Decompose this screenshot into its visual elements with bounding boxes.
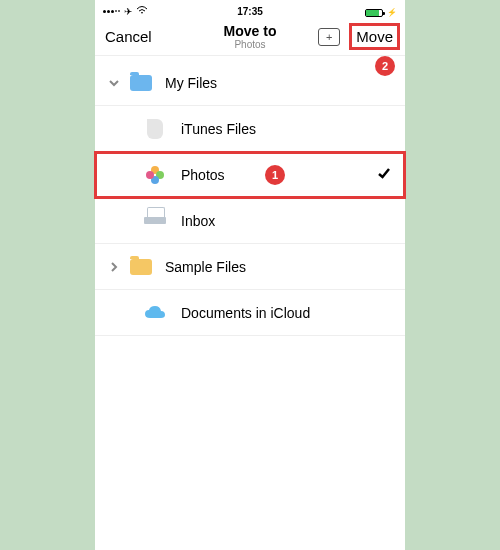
photos-icon [143,163,167,187]
nav-bar: Cancel Move to Photos Move 2 [95,18,405,56]
cancel-button[interactable]: Cancel [105,28,152,45]
folder-icon [129,71,153,95]
row-label: Inbox [181,213,215,229]
clock: 17:35 [237,6,263,17]
row-label: Sample Files [165,259,246,275]
chevron-right-icon[interactable] [105,258,123,276]
row-label: Photos [181,167,225,183]
row-my-files[interactable]: My Files [95,60,405,106]
svg-point-3 [146,171,154,179]
row-photos[interactable]: Photos 1 [95,152,405,198]
row-label: Documents in iCloud [181,305,310,321]
row-inbox[interactable]: Inbox [95,198,405,244]
airplane-icon: ✈ [124,6,132,17]
status-bar: ✈ 17:35 ⚡ [95,0,405,18]
cloud-icon [143,301,167,325]
annotation-badge-2: 2 [375,56,395,76]
annotation-badge-1: 1 [265,165,285,185]
row-sample[interactable]: Sample Files [95,244,405,290]
itunes-icon [143,117,167,141]
move-button[interactable]: Move [350,24,399,49]
wifi-icon [136,6,148,17]
charging-icon: ⚡ [387,8,397,17]
inbox-icon [143,209,167,233]
row-itunes[interactable]: iTunes Files [95,106,405,152]
folder-icon [129,255,153,279]
row-label: iTunes Files [181,121,256,137]
chevron-down-icon[interactable] [105,74,123,92]
new-folder-icon[interactable] [318,28,340,46]
row-icloud[interactable]: Documents in iCloud [95,290,405,336]
signal-icon [103,10,120,13]
checkmark-icon [377,166,391,184]
folder-list: My Files iTunes Files Photos 1 Inbox [95,60,405,336]
row-label: My Files [165,75,217,91]
phone-frame: ✈ 17:35 ⚡ Cancel Move to Photos Move 2 M… [95,0,405,550]
battery-icon [365,9,383,17]
